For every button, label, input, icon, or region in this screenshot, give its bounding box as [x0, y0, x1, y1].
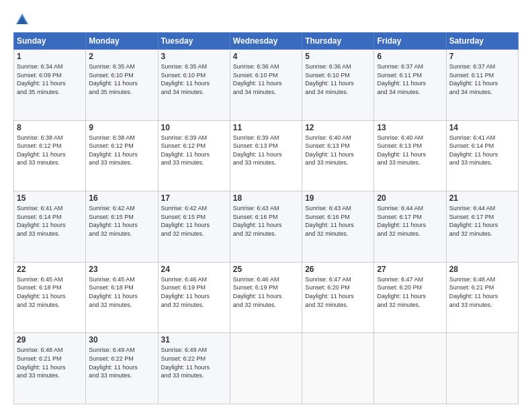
table-row: 19Sunrise: 6:43 AM Sunset: 6:16 PM Dayli…	[302, 191, 374, 263]
calendar-header-row: Sunday Monday Tuesday Wednesday Thursday…	[14, 33, 519, 50]
table-row: 13Sunrise: 6:40 AM Sunset: 6:13 PM Dayli…	[374, 120, 446, 191]
table-row: 9Sunrise: 6:38 AM Sunset: 6:12 PM Daylig…	[86, 120, 158, 191]
day-number: 2	[89, 52, 154, 61]
day-number: 18	[233, 193, 299, 203]
day-info: Sunrise: 6:36 AM Sunset: 6:10 PM Dayligh…	[305, 62, 371, 96]
logo-icon	[15, 12, 30, 27]
table-row: 6Sunrise: 6:37 AM Sunset: 6:11 PM Daylig…	[374, 50, 446, 121]
day-number: 7	[449, 52, 515, 61]
table-row: 16Sunrise: 6:42 AM Sunset: 6:15 PM Dayli…	[86, 191, 158, 263]
day-info: Sunrise: 6:35 AM Sunset: 6:10 PM Dayligh…	[161, 62, 227, 96]
day-number: 24	[161, 265, 227, 274]
table-row: 2Sunrise: 6:35 AM Sunset: 6:10 PM Daylig…	[86, 50, 158, 121]
day-number: 15	[17, 193, 83, 203]
table-row: 23Sunrise: 6:45 AM Sunset: 6:18 PM Dayli…	[86, 262, 158, 333]
table-row: 7Sunrise: 6:37 AM Sunset: 6:11 PM Daylig…	[446, 50, 518, 121]
col-sunday: Sunday	[14, 33, 86, 50]
table-row: 8Sunrise: 6:38 AM Sunset: 6:12 PM Daylig…	[14, 120, 86, 191]
day-number: 16	[89, 193, 154, 203]
calendar-week-row: 15Sunrise: 6:41 AM Sunset: 6:14 PM Dayli…	[14, 191, 519, 263]
day-info: Sunrise: 6:48 AM Sunset: 6:21 PM Dayligh…	[449, 275, 515, 309]
day-info: Sunrise: 6:42 AM Sunset: 6:15 PM Dayligh…	[89, 204, 154, 238]
table-row: 20Sunrise: 6:44 AM Sunset: 6:17 PM Dayli…	[374, 191, 446, 263]
table-row: 3Sunrise: 6:35 AM Sunset: 6:10 PM Daylig…	[158, 50, 230, 121]
col-saturday: Saturday	[446, 33, 518, 50]
calendar-table: Sunday Monday Tuesday Wednesday Thursday…	[13, 32, 519, 404]
day-info: Sunrise: 6:42 AM Sunset: 6:15 PM Dayligh…	[161, 204, 227, 238]
day-info: Sunrise: 6:43 AM Sunset: 6:16 PM Dayligh…	[233, 204, 299, 238]
day-info: Sunrise: 6:47 AM Sunset: 6:20 PM Dayligh…	[377, 275, 443, 309]
table-row: 11Sunrise: 6:39 AM Sunset: 6:13 PM Dayli…	[230, 120, 302, 191]
day-number: 6	[377, 52, 443, 61]
day-info: Sunrise: 6:41 AM Sunset: 6:14 PM Dayligh…	[17, 204, 83, 238]
day-info: Sunrise: 6:38 AM Sunset: 6:12 PM Dayligh…	[17, 134, 83, 167]
day-info: Sunrise: 6:37 AM Sunset: 6:11 PM Dayligh…	[377, 62, 443, 96]
table-row: 22Sunrise: 6:45 AM Sunset: 6:18 PM Dayli…	[14, 262, 86, 333]
day-info: Sunrise: 6:40 AM Sunset: 6:13 PM Dayligh…	[305, 134, 371, 167]
table-row: 29Sunrise: 6:48 AM Sunset: 6:21 PM Dayli…	[14, 333, 86, 404]
col-monday: Monday	[86, 33, 158, 50]
col-tuesday: Tuesday	[158, 33, 230, 50]
table-row	[446, 333, 518, 404]
day-number: 28	[449, 265, 515, 274]
day-number: 4	[233, 52, 299, 61]
day-number: 12	[305, 123, 371, 132]
day-number: 13	[377, 123, 443, 132]
day-number: 23	[89, 265, 154, 274]
day-info: Sunrise: 6:45 AM Sunset: 6:18 PM Dayligh…	[17, 275, 83, 309]
col-friday: Friday	[374, 33, 446, 50]
day-info: Sunrise: 6:44 AM Sunset: 6:17 PM Dayligh…	[377, 204, 443, 238]
day-number: 22	[17, 265, 83, 274]
day-info: Sunrise: 6:48 AM Sunset: 6:21 PM Dayligh…	[17, 346, 83, 379]
table-row: 24Sunrise: 6:46 AM Sunset: 6:19 PM Dayli…	[158, 262, 230, 333]
day-number: 20	[377, 193, 443, 203]
day-info: Sunrise: 6:46 AM Sunset: 6:19 PM Dayligh…	[233, 275, 299, 309]
table-row: 31Sunrise: 6:49 AM Sunset: 6:22 PM Dayli…	[158, 333, 230, 404]
day-number: 11	[233, 123, 299, 132]
day-number: 26	[305, 265, 371, 274]
table-row: 4Sunrise: 6:36 AM Sunset: 6:10 PM Daylig…	[230, 50, 302, 121]
day-info: Sunrise: 6:35 AM Sunset: 6:10 PM Dayligh…	[89, 62, 154, 96]
day-info: Sunrise: 6:39 AM Sunset: 6:13 PM Dayligh…	[233, 134, 299, 167]
page: Sunday Monday Tuesday Wednesday Thursday…	[0, 0, 532, 411]
day-info: Sunrise: 6:49 AM Sunset: 6:22 PM Dayligh…	[161, 346, 227, 379]
day-info: Sunrise: 6:43 AM Sunset: 6:16 PM Dayligh…	[305, 204, 371, 238]
table-row	[230, 333, 302, 404]
table-row: 15Sunrise: 6:41 AM Sunset: 6:14 PM Dayli…	[14, 191, 86, 263]
day-number: 10	[161, 123, 227, 132]
calendar-week-row: 22Sunrise: 6:45 AM Sunset: 6:18 PM Dayli…	[14, 262, 519, 333]
day-info: Sunrise: 6:34 AM Sunset: 6:09 PM Dayligh…	[17, 62, 83, 96]
table-row: 1Sunrise: 6:34 AM Sunset: 6:09 PM Daylig…	[14, 50, 86, 121]
day-info: Sunrise: 6:46 AM Sunset: 6:19 PM Dayligh…	[161, 275, 227, 309]
table-row	[302, 333, 374, 404]
day-number: 29	[17, 335, 83, 345]
table-row: 5Sunrise: 6:36 AM Sunset: 6:10 PM Daylig…	[302, 50, 374, 121]
day-number: 27	[377, 265, 443, 274]
header	[13, 12, 519, 27]
table-row: 10Sunrise: 6:39 AM Sunset: 6:12 PM Dayli…	[158, 120, 230, 191]
table-row: 30Sunrise: 6:49 AM Sunset: 6:22 PM Dayli…	[86, 333, 158, 404]
day-number: 25	[233, 265, 299, 274]
table-row: 27Sunrise: 6:47 AM Sunset: 6:20 PM Dayli…	[374, 262, 446, 333]
table-row: 21Sunrise: 6:44 AM Sunset: 6:17 PM Dayli…	[446, 191, 518, 263]
day-number: 1	[17, 52, 83, 61]
calendar-week-row: 1Sunrise: 6:34 AM Sunset: 6:09 PM Daylig…	[14, 50, 519, 121]
day-info: Sunrise: 6:45 AM Sunset: 6:18 PM Dayligh…	[89, 275, 154, 309]
day-number: 9	[89, 123, 154, 132]
col-thursday: Thursday	[302, 33, 374, 50]
day-info: Sunrise: 6:39 AM Sunset: 6:12 PM Dayligh…	[161, 134, 227, 167]
day-info: Sunrise: 6:47 AM Sunset: 6:20 PM Dayligh…	[305, 275, 371, 309]
col-wednesday: Wednesday	[230, 33, 302, 50]
calendar-week-row: 8Sunrise: 6:38 AM Sunset: 6:12 PM Daylig…	[14, 120, 519, 191]
day-number: 21	[449, 193, 515, 203]
logo	[13, 12, 30, 27]
day-info: Sunrise: 6:49 AM Sunset: 6:22 PM Dayligh…	[89, 346, 154, 379]
table-row: 12Sunrise: 6:40 AM Sunset: 6:13 PM Dayli…	[302, 120, 374, 191]
table-row: 14Sunrise: 6:41 AM Sunset: 6:14 PM Dayli…	[446, 120, 518, 191]
day-number: 17	[161, 193, 227, 203]
day-number: 8	[17, 123, 83, 132]
day-info: Sunrise: 6:37 AM Sunset: 6:11 PM Dayligh…	[449, 62, 515, 96]
table-row: 26Sunrise: 6:47 AM Sunset: 6:20 PM Dayli…	[302, 262, 374, 333]
day-info: Sunrise: 6:40 AM Sunset: 6:13 PM Dayligh…	[377, 134, 443, 167]
day-info: Sunrise: 6:41 AM Sunset: 6:14 PM Dayligh…	[449, 134, 515, 167]
